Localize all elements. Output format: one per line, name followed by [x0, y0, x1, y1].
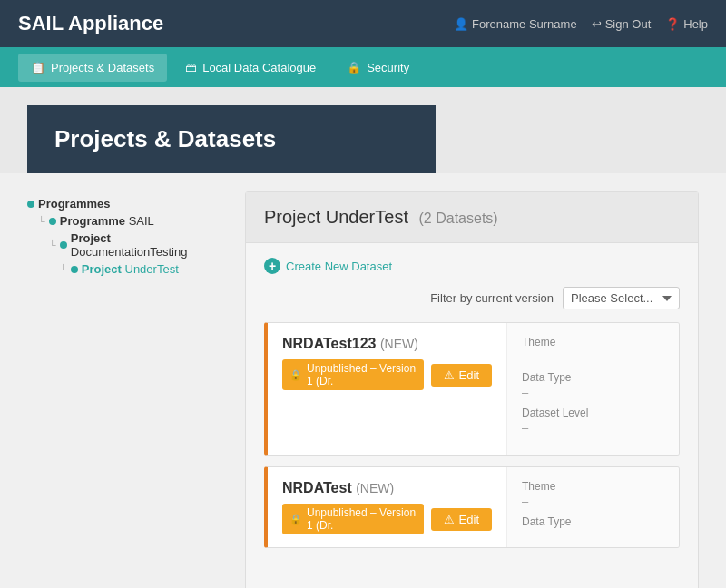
status-badge-0: 🔒 Unpublished – Version 1 (Dr.	[282, 359, 424, 390]
dataset-badge-1: (NEW)	[356, 481, 394, 495]
app-title: SAIL Appliance	[18, 12, 163, 35]
dataset-card-right-0: Theme – Data Type – Dataset Level –	[506, 323, 679, 455]
theme-value-0: –	[522, 350, 664, 364]
tree-programmes-label: Programmes	[38, 197, 110, 211]
content-body: + Create New Dataset Filter by current v…	[246, 243, 698, 573]
catalogue-nav-icon: 🗃	[185, 61, 197, 74]
header-right: 👤 Forename Surname ↩ Sign Out ❓ Help	[454, 17, 708, 31]
dataset-card-1: NRDATest (NEW) 🔒 Unpublished – Version 1…	[264, 466, 680, 548]
projects-nav-icon: 📋	[31, 61, 45, 74]
security-nav-icon: 🔒	[347, 61, 361, 74]
status-text-1: Unpublished – Version 1 (Dr.	[307, 506, 417, 532]
plus-circle-icon: +	[264, 258, 280, 274]
help-link[interactable]: ❓ Help	[665, 17, 708, 31]
theme-label-1: Theme	[522, 480, 664, 493]
lock-icon-1: 🔒	[289, 514, 302, 525]
header: SAIL Appliance 👤 Forename Surname ↩ Sign…	[0, 0, 726, 47]
filter-label: Filter by current version	[430, 291, 554, 305]
nav-item-catalogue[interactable]: 🗃 Local Data Catalogue	[172, 54, 329, 82]
dataset-status-0: 🔒 Unpublished – Version 1 (Dr. ⚠ Edit	[282, 359, 492, 390]
status-badge-1: 🔒 Unpublished – Version 1 (Dr.	[282, 504, 424, 534]
content-header: Project UnderTest (2 Datasets)	[246, 192, 698, 243]
dataset-status-1: 🔒 Unpublished – Version 1 (Dr. ⚠ Edit	[282, 504, 492, 534]
content-panel: Project UnderTest (2 Datasets) + Create …	[245, 191, 699, 588]
tree-dot	[27, 201, 34, 208]
nav-projects-label: Projects & Datasets	[51, 61, 154, 74]
create-dataset-label: Create New Dataset	[286, 260, 392, 273]
navbar: 📋 Projects & Datasets 🗃 Local Data Catal…	[0, 47, 726, 87]
warning-icon-0: ⚠	[444, 368, 455, 382]
edit-button-1[interactable]: ⚠ Edit	[431, 508, 492, 531]
dataset-name-0: NRDATest123 (NEW)	[282, 336, 492, 352]
nav-security-label: Security	[367, 61, 409, 74]
main-layout: Programmes └ Programme SAIL └ Project Do…	[0, 173, 726, 588]
datatype-label-1: Data Type	[522, 515, 664, 528]
lock-icon-0: 🔒	[289, 369, 302, 381]
datatype-label-0: Data Type	[522, 371, 664, 384]
dataset-badge-0: (NEW)	[380, 337, 418, 351]
warning-icon-1: ⚠	[444, 513, 455, 526]
status-text-0: Unpublished – Version 1 (Dr.	[307, 362, 417, 387]
dataset-level-label-0: Dataset Level	[522, 407, 664, 419]
help-label: Help	[683, 17, 708, 31]
create-dataset-link[interactable]: + Create New Dataset	[264, 258, 680, 274]
sidebar: Programmes └ Programme SAIL └ Project Do…	[27, 191, 227, 588]
dataset-card-left-0: NRDATest123 (NEW) 🔒 Unpublished – Versio…	[268, 323, 506, 455]
dataset-card-right-1: Theme – Data Type	[506, 467, 679, 547]
user-icon: 👤	[454, 17, 468, 31]
tree-dot	[60, 241, 67, 249]
tree-item-programmes[interactable]: Programmes	[27, 195, 227, 212]
user-name: Forename Surname	[472, 17, 577, 31]
edit-button-0[interactable]: ⚠ Edit	[431, 364, 492, 387]
signout-label: Sign Out	[605, 17, 652, 31]
filter-bar: Filter by current version Please Select.…	[264, 287, 680, 309]
signout-icon: ↩	[592, 17, 602, 31]
theme-value-1: –	[522, 495, 664, 508]
nav-catalogue-label: Local Data Catalogue	[202, 61, 316, 74]
edit-label-1: Edit	[459, 513, 479, 526]
page-title: Projects & Datasets	[54, 125, 408, 153]
nav-item-security[interactable]: 🔒 Security	[334, 54, 422, 82]
page-title-bar: Projects & Datasets	[27, 105, 436, 173]
dataset-card-0: NRDATest123 (NEW) 🔒 Unpublished – Versio…	[264, 322, 680, 456]
signout-link[interactable]: ↩ Sign Out	[592, 17, 652, 31]
title-section: Projects & Datasets	[0, 87, 726, 173]
theme-label-0: Theme	[522, 336, 664, 348]
user-link[interactable]: 👤 Forename Surname	[454, 17, 577, 31]
tree-item-programme[interactable]: └ Programme SAIL	[38, 212, 227, 230]
edit-label-0: Edit	[459, 368, 479, 382]
project-heading: Project UnderTest (2 Datasets)	[264, 207, 680, 228]
nav-item-projects[interactable]: 📋 Projects & Datasets	[18, 54, 167, 82]
filter-select[interactable]: Please Select... Yes No	[563, 287, 680, 309]
help-icon: ❓	[665, 17, 680, 31]
project-heading-name: Project UnderTest	[264, 207, 408, 227]
tree-dot	[49, 218, 56, 225]
tree-dot	[71, 266, 78, 273]
dataset-count: (2 Datasets)	[419, 211, 498, 226]
dataset-name-1: NRDATest (NEW)	[282, 480, 492, 496]
tree-item-project-undertest[interactable]: └ Project UnderTest	[60, 260, 227, 278]
dataset-card-left-1: NRDATest (NEW) 🔒 Unpublished – Version 1…	[268, 467, 506, 547]
dataset-level-value-0: –	[522, 421, 664, 435]
datatype-value-0: –	[522, 386, 664, 399]
tree-item-project-doc[interactable]: └ Project DocumentationTesting	[49, 230, 227, 260]
